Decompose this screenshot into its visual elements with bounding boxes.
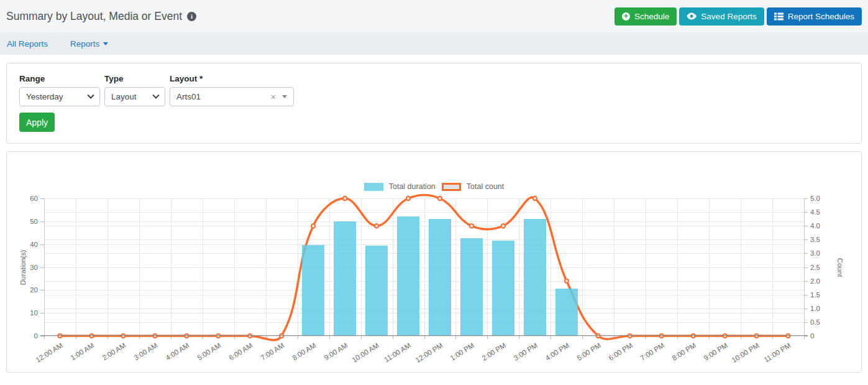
y-axis-label-right: 0.5 [810,318,820,326]
y-axis-label-left: 20 [30,286,38,294]
x-axis-label-text: 2:00 AM [101,341,127,362]
nav-reports-dropdown[interactable]: Reports [70,39,108,49]
x-tick [298,336,298,339]
line-point [659,334,663,338]
type-label: Type [104,74,165,83]
y-tick [804,308,808,309]
page-title-text: Summary by Layout, Media or Event [6,10,182,23]
x-axis-label-text: 6:00 PM [607,341,634,362]
range-field: Range Yesterday [19,74,100,106]
line-point [311,224,315,228]
line-point [786,334,790,338]
line-point [248,334,252,338]
x-axis-label-text: 6:00 AM [227,341,254,362]
bar-total-duration [334,221,357,336]
layout-select-value: Arts01 [176,92,270,101]
y-axis-label-left: 30 [30,264,38,271]
legend-swatch-bar [364,183,383,191]
info-icon[interactable]: i [187,12,196,21]
x-tick [329,336,330,339]
saved-reports-button-label: Saved Reports [701,12,756,21]
chevron-down-icon [152,91,159,98]
line-point [121,334,125,338]
x-axis-label-text: 8:00 AM [291,341,317,362]
bar-total-duration [492,241,515,336]
list-icon [774,12,783,21]
range-label: Range [19,74,100,83]
title-bar: Summary by Layout, Media or Event i + Sc… [0,0,868,32]
line-point [501,224,505,228]
line-point [628,334,632,338]
legend-item-total-count[interactable]: Total count [442,182,504,191]
line-point [691,334,695,338]
layout-label: Layout * [170,74,294,83]
x-axis-label-text: 7:00 AM [259,341,285,362]
nav-reports-label: Reports [70,39,99,49]
y-axis-label-left: 60 [30,195,38,202]
legend-item-total-duration[interactable]: Total duration [364,182,436,191]
clear-selection-icon[interactable]: × [270,91,276,102]
x-axis-label-text: 8:00 PM [670,341,697,362]
x-tick [44,336,45,339]
bar-total-duration [397,216,420,336]
y-tick [804,239,808,240]
y-axis-label-left: 0 [34,332,38,340]
line-point [406,197,410,200]
plot-area: 010203040506000.51.01.52.02.53.03.54.04.… [44,198,804,336]
x-tick [361,336,362,339]
report-schedules-button-label: Report Schedules [788,12,854,21]
header-buttons: + Schedule Saved Reports Report Schedule… [614,7,862,26]
x-tick [582,336,583,339]
type-select-value: Layout [111,92,153,101]
y-axis-label-right: 0 [810,332,814,340]
apply-button[interactable]: Apply [19,113,55,132]
y-tick [804,226,808,226]
type-select[interactable]: Layout [104,87,165,106]
line-point [153,334,157,338]
x-tick [393,336,393,339]
y-axis-label-right: 1.0 [810,305,820,312]
y-axis-title-left: Duration(s) [19,249,27,285]
y-tick [804,198,808,199]
x-axis-label-text: 10:00 AM [351,341,381,364]
range-select[interactable]: Yesterday [19,87,100,106]
filter-panel: Range Yesterday Type Layout Layout * Art… [6,63,862,144]
x-axis-label-text: 12:00 PM [414,341,444,364]
line-point [185,334,188,338]
nav-all-reports[interactable]: All Reports [7,39,48,49]
bar-total-duration [524,219,547,336]
bar-total-duration [460,238,483,336]
x-tick [519,336,519,339]
y-axis-label-right: 4.0 [810,222,820,230]
x-tick [550,336,551,339]
bar-total-duration [365,246,388,336]
nav-all-reports-label: All Reports [7,39,48,49]
y-tick [804,322,808,323]
report-schedules-button[interactable]: Report Schedules [767,7,862,26]
schedule-button-label: Schedule [634,12,669,21]
x-axis-label-text: 7:00 PM [639,341,665,362]
x-tick [804,336,805,339]
layout-select[interactable]: Arts01 × [170,87,294,106]
line-point [216,334,220,338]
legend-label-total-count: Total count [467,182,504,191]
page-title: Summary by Layout, Media or Event i [6,10,196,23]
y-axis-label-left: 50 [30,218,38,225]
bar-total-duration [555,289,578,336]
chart-panel: Total duration Total count Duration(s) C… [6,151,862,373]
y-axis-label-right: 4.5 [810,208,820,216]
x-axis-line [40,335,808,336]
x-axis-label-text: 5:00 PM [575,341,602,362]
line-point [533,197,537,200]
saved-reports-button[interactable]: Saved Reports [679,7,764,26]
x-axis-label-text: 3:00 AM [133,341,159,362]
y-axis-label-right: 1.5 [810,291,820,299]
x-axis-label-text: 4:00 PM [544,341,570,362]
y-axis-label-right: 5.0 [810,195,820,202]
y-axis-label-left: 40 [30,241,38,248]
schedule-button[interactable]: + Schedule [614,7,677,26]
legend-swatch-line [442,183,461,191]
y-tick [804,267,808,268]
y-axis-label-right: 3.0 [810,249,820,257]
plus-circle-icon: + [622,12,630,21]
